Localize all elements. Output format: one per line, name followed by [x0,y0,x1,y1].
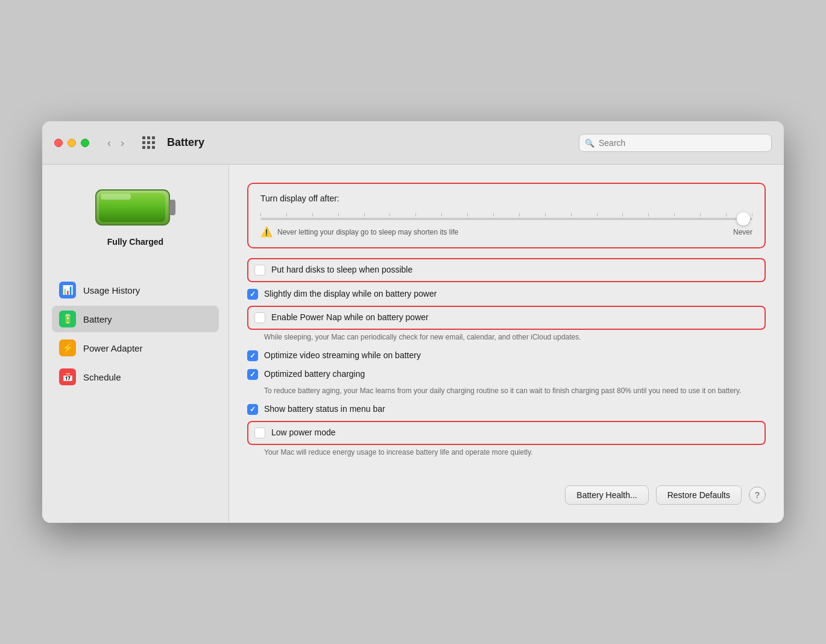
battery-image [93,183,178,231]
power-nap-label: Enable Power Nap while on battery power [271,312,429,324]
battery-status-label: Fully Charged [107,237,163,247]
hard-disks-row: Put hard disks to sleep when possible [247,258,766,282]
warning-text: Never letting your display go to sleep m… [277,228,728,236]
svg-rect-3 [101,194,131,200]
slider-ticks [260,212,752,218]
minimize-button[interactable] [68,139,76,147]
dim-display-row: Slightly dim the display while on batter… [247,285,766,304]
menu-bar-row: Show battery status in menu bar [247,400,766,419]
titlebar: ‹ › Battery 🔍 [42,121,784,165]
sidebar-item-label-power-adapter: Power Adapter [83,343,142,353]
low-power-sublabel: Your Mac will reduce energy usage to inc… [264,447,766,458]
dim-display-label: Slightly dim the display while on batter… [264,288,437,300]
apps-grid-icon[interactable] [142,136,155,149]
usage-history-icon: 📊 [59,282,76,298]
power-nap-row: Enable Power Nap while on battery power [247,306,766,330]
video-streaming-row: Optimize video streaming while on batter… [247,346,766,365]
window-title: Battery [167,136,204,149]
content-area: Fully Charged 📊 Usage History 🔋 Battery … [42,165,784,523]
power-adapter-icon: ⚡ [59,339,76,356]
display-sleep-title: Turn display off after: [260,194,752,203]
help-button[interactable]: ? [749,487,766,504]
battery-icon: 🔋 [59,311,76,327]
maximize-button[interactable] [81,139,89,147]
search-box[interactable]: 🔍 [579,134,772,152]
main-window: ‹ › Battery 🔍 [42,121,784,523]
forward-button[interactable]: › [117,136,128,150]
hard-disks-label: Put hard disks to sleep when possible [271,264,412,276]
warning-row: ⚠️ Never letting your display go to slee… [260,226,752,238]
low-power-label: Low power mode [271,427,336,439]
optimized-charging-checkbox[interactable] [247,369,258,380]
sidebar-item-usage-history[interactable]: 📊 Usage History [52,277,219,303]
restore-defaults-button[interactable]: Restore Defaults [656,485,742,505]
video-streaming-label: Optimize video streaming while on batter… [264,350,421,362]
menu-bar-label: Show battery status in menu bar [264,403,385,415]
sidebar-item-label-battery: Battery [83,314,112,324]
optimized-charging-row: Optimized battery charging [247,365,766,384]
sidebar-item-power-adapter[interactable]: ⚡ Power Adapter [52,335,219,361]
battery-health-button[interactable]: Battery Health... [565,485,648,505]
main-content: Turn display off after: [229,165,784,523]
sidebar-item-label-usage-history: Usage History [83,285,140,295]
warning-icon: ⚠️ [260,226,273,238]
menu-bar-checkbox[interactable] [247,404,258,415]
back-button[interactable]: ‹ [104,136,115,150]
nav-buttons: ‹ › [104,136,128,150]
low-power-checkbox[interactable] [254,428,265,438]
sidebar-item-label-schedule: Schedule [83,372,121,382]
dim-display-checkbox[interactable] [247,289,258,300]
hard-disks-checkbox[interactable] [254,265,265,276]
slider-track[interactable] [260,218,752,220]
traffic-lights [54,139,89,147]
optimized-charging-label: Optimized battery charging [264,368,365,380]
slider-thumb[interactable] [737,212,750,226]
power-nap-checkbox[interactable] [254,312,265,323]
optimized-charging-sublabel: To reduce battery aging, your Mac learns… [264,386,766,396]
search-input[interactable] [579,134,772,152]
sidebar-nav: 📊 Usage History 🔋 Battery ⚡ Power Adapte… [42,277,229,390]
display-sleep-slider-container [260,212,752,220]
close-button[interactable] [54,139,63,147]
settings-section: Put hard disks to sleep when possible Sl… [247,258,766,458]
search-icon: 🔍 [585,138,594,147]
display-sleep-section: Turn display off after: [247,183,766,248]
low-power-row: Low power mode [247,421,766,445]
video-streaming-checkbox[interactable] [247,350,258,361]
battery-icon-container: Fully Charged [93,183,178,247]
svg-rect-1 [169,200,175,215]
never-label: Never [733,228,752,236]
bottom-bar: Battery Health... Restore Defaults ? [247,476,766,505]
sidebar-item-schedule[interactable]: 📅 Schedule [52,364,219,390]
power-nap-sublabel: While sleeping, your Mac can periodicall… [264,332,766,343]
sidebar-item-battery[interactable]: 🔋 Battery [52,306,219,332]
sidebar: Fully Charged 📊 Usage History 🔋 Battery … [42,165,229,523]
schedule-icon: 📅 [59,368,76,385]
